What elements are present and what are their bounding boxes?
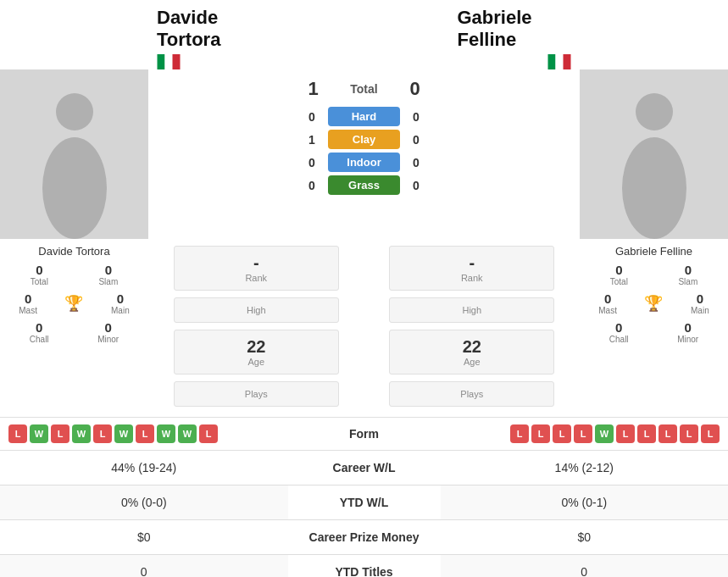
form-badges-right: LLLLWLLLLL <box>407 424 720 443</box>
form-badge-l: L <box>553 424 571 443</box>
left-plays-label: Plays <box>181 389 331 399</box>
form-badge-w: W <box>157 424 175 443</box>
form-badge-l: L <box>199 424 218 443</box>
left-age-label: Age <box>181 357 331 367</box>
surface-hard-row: 0 Hard 0 <box>148 105 580 128</box>
right-slam-lbl: Slam <box>678 277 697 286</box>
left-trophy-icon: 🏆 <box>64 294 83 313</box>
right-chall-lbl: Chall <box>609 335 629 344</box>
grass-button: Grass <box>328 175 400 195</box>
total-score-left: 1 <box>297 78 331 100</box>
player-left-silhouette <box>28 86 121 239</box>
left-age-value: 22 <box>181 337 331 357</box>
left-minor-lbl: Minor <box>97 335 119 344</box>
left-minor-val: 0 <box>105 320 112 335</box>
indoor-left-score: 0 <box>299 156 325 169</box>
left-total-val: 0 <box>36 263 42 277</box>
stats-row-0: 44% (19-24) Career W/L 14% (2-12) <box>0 451 728 485</box>
surface-indoor-row: 0 Indoor 0 <box>148 151 580 174</box>
right-minor-val: 0 <box>685 320 692 335</box>
grass-left-score: 0 <box>299 179 325 192</box>
hard-button: Hard <box>328 107 400 126</box>
form-badges-left: LWLWLWLWWL <box>8 424 322 443</box>
right-plays-box: Plays <box>389 381 554 407</box>
form-badge-w: W <box>178 424 197 443</box>
form-badge-l: L <box>531 424 550 443</box>
indoor-button: Indoor <box>328 153 400 172</box>
left-slam-lbl: Slam <box>98 277 118 286</box>
stat-label-3: YTD Titles <box>288 555 441 577</box>
right-plays-label: Plays <box>397 389 547 399</box>
svg-rect-1 <box>165 54 173 69</box>
svg-rect-2 <box>173 54 181 69</box>
hard-left-score: 0 <box>299 110 325 124</box>
svg-point-7 <box>42 137 107 239</box>
left-age-box: 22 Age <box>174 330 339 374</box>
surface-clay-row: 1 Clay 0 <box>148 128 580 151</box>
right-trophy-icon: 🏆 <box>644 294 663 313</box>
left-rank-value: - <box>181 253 331 273</box>
svg-rect-4 <box>556 54 564 69</box>
left-main-val: 0 <box>117 291 124 306</box>
right-slam-val: 0 <box>685 263 692 277</box>
bottom-stats: 44% (19-24) Career W/L 14% (2-12) 0% (0-… <box>0 451 728 577</box>
form-badge-w: W <box>114 424 133 443</box>
left-chall-lbl: Chall <box>30 335 49 344</box>
right-chall-val: 0 <box>615 320 622 335</box>
clay-right-score: 0 <box>403 133 429 147</box>
left-total-lbl: Total <box>31 277 48 286</box>
form-badge-l: L <box>680 424 698 443</box>
left-high-box: High <box>174 297 339 323</box>
player-right-name-below: Gabriele Felline <box>612 242 696 259</box>
stat-left-2: $0 <box>0 520 288 554</box>
left-rank-label: Rank <box>181 273 331 283</box>
stat-left-1: 0% (0-0) <box>0 485 288 519</box>
form-badge-l: L <box>637 424 656 443</box>
stat-left-0: 44% (19-24) <box>0 451 288 485</box>
stat-right-0: 14% (2-12) <box>441 451 729 485</box>
player-right-name: Gabriele Felline <box>458 7 572 51</box>
total-label: Total <box>331 82 398 96</box>
right-rank-box: - Rank <box>389 246 554 291</box>
player-right-flag <box>547 54 571 69</box>
form-badge-l: L <box>51 424 69 443</box>
clay-left-score: 1 <box>299 133 325 147</box>
left-mast-val: 0 <box>25 291 31 306</box>
svg-point-6 <box>56 93 93 130</box>
indoor-right-score: 0 <box>403 156 429 169</box>
svg-rect-0 <box>158 54 165 69</box>
left-rank-box: - Rank <box>174 246 339 291</box>
form-badge-l: L <box>659 424 677 443</box>
player-left-flag <box>157 54 181 69</box>
left-slam-val: 0 <box>105 263 112 277</box>
right-mast-val: 0 <box>604 291 611 306</box>
svg-point-8 <box>636 93 673 130</box>
left-plays-box: Plays <box>174 381 339 407</box>
left-high-label: High <box>181 305 331 315</box>
svg-rect-3 <box>548 54 556 69</box>
form-badge-l: L <box>574 424 592 443</box>
stat-label-0: Career W/L <box>288 451 441 485</box>
grass-right-score: 0 <box>403 179 429 192</box>
clay-button: Clay <box>328 130 400 149</box>
form-badge-w: W <box>30 424 48 443</box>
right-main-val: 0 <box>697 291 703 306</box>
player-left-name-below: Davide Tortora <box>35 242 113 259</box>
stat-left-3: 0 <box>0 555 288 577</box>
svg-rect-5 <box>564 54 571 69</box>
right-mast-lbl: Mast <box>598 306 617 315</box>
player-left-name: Davide Tortora <box>157 7 271 51</box>
main-container: Davide Tortora Gabriele Felline <box>0 0 728 577</box>
left-main-lbl: Main <box>111 306 130 315</box>
player-right-silhouette <box>608 86 701 239</box>
stat-right-2: $0 <box>441 520 729 554</box>
stat-right-3: 0 <box>441 555 729 577</box>
right-age-label: Age <box>397 357 547 367</box>
stat-label-1: YTD W/L <box>288 485 441 519</box>
form-badge-l: L <box>616 424 635 443</box>
form-section: LWLWLWLWWL Form LLLLWLLLLL <box>0 417 728 451</box>
right-high-box: High <box>389 297 554 323</box>
player-left-photo <box>0 69 148 239</box>
form-badge-l: L <box>136 424 154 443</box>
form-badge-l: L <box>701 424 720 443</box>
